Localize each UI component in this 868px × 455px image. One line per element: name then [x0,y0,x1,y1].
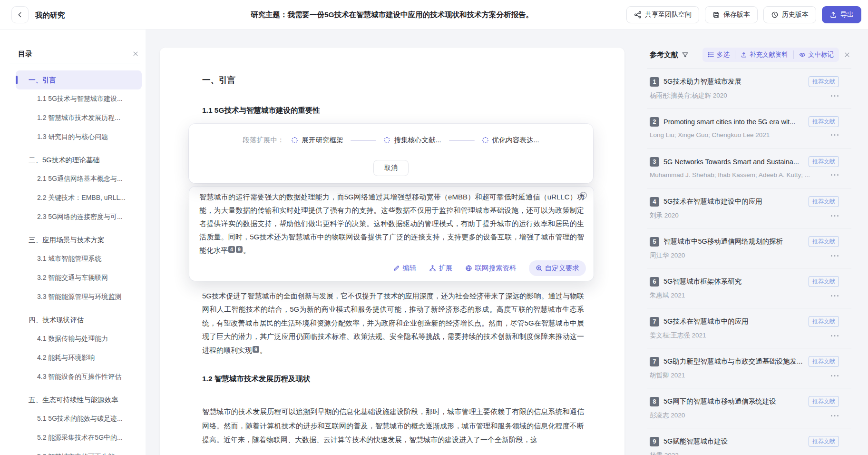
multi-select-tool[interactable]: 多选 [702,50,735,59]
web-search-action[interactable]: 联网搜索资料 [465,264,517,273]
web-search-label: 联网搜索资料 [475,264,517,273]
more-menu-icon[interactable] [830,174,839,176]
toc-item-2-3[interactable]: 2.3 5G网络的连接密度与可... [0,208,146,227]
more-menu-icon[interactable] [830,415,839,417]
reference-title-row: 4 5G技术在智慧城市建设中的应用 推荐文献 [650,196,839,207]
toc-item-1[interactable]: 一、引言 [16,70,142,89]
reference-item-9[interactable]: 8 5G网下的智慧城市移动通信系统建设 推荐文献 彭凌志 2020 [647,388,851,428]
toc-item-1-1[interactable]: 1.1 5G技术与智慧城市建设... [0,89,146,109]
recommended-badge: 推荐文献 [809,196,839,207]
doc-paragraph-1: 5G技术促进了智慧城市的全面创新与发展，它不仅提升了技术的应用深度，还为社会经济… [202,289,584,357]
save-version-button[interactable]: 保存版本 [705,6,758,23]
reference-title[interactable]: 5G赋能智慧城市建设 [663,437,805,446]
paragraph-actions: 编辑 扩展 联网搜索资料 自定义要求 [393,260,586,276]
toc-item-label: 3.3 智能能源管理与环境监测 [37,293,121,301]
citation-badge-9[interactable]: 9 [236,246,243,253]
toc-item-5-1[interactable]: 5.1 5G技术的能效与碳足迹... [0,409,146,428]
more-menu-icon[interactable] [830,335,839,337]
cancel-button[interactable]: 取消 [373,160,409,176]
more-menu-icon[interactable] [830,134,839,136]
toc-item-3-3[interactable]: 3.3 智能能源管理与环境监测 [0,287,146,307]
toc-item-4-2[interactable]: 4.2 能耗与环境影响 [0,348,146,367]
edit-action[interactable]: 编辑 [393,264,417,273]
reference-title[interactable]: 5G技术助力智慧城市发展 [663,77,805,86]
toc-item-label: 3.2 智能交通与车辆联网 [37,274,108,282]
toc-item-3[interactable]: 三、应用场景与技术方案 [0,230,146,249]
reference-authors-row: 杨雪 2022 [650,451,839,455]
add-reference-material-label: 补充文献资料 [750,50,788,59]
toc-item-3-2[interactable]: 3.2 智能交通与车辆联网 [0,268,146,287]
reference-authors: 胡哲卿 2021 [650,371,830,380]
reference-item-3[interactable]: 3 5G Networks Towards Smart and Sustaina… [647,148,851,188]
reference-title-row: 7 5G助力新型智慧城市与市政交通基础设施发... 推荐文献 [650,356,839,367]
recommended-badge: 推荐文献 [809,116,839,127]
references-close-icon[interactable] [844,51,850,58]
reference-authors-row: 杨雨彤;揣英育;杨建辉 2020 [650,91,839,100]
reference-title[interactable]: 智慧城市中5G移动通信网络规划的探析 [663,237,805,246]
toc-item-2-2[interactable]: 2.2 关键技术：EMBB, uRLL... [0,188,146,208]
reference-title[interactable]: 5G网下的智慧城市移动通信系统建设 [663,397,805,406]
toc-item-4[interactable]: 四、技术现状评估 [0,310,146,329]
toc-item-label: 5.3 智慧城市中的可再生能... [37,453,120,455]
reference-title-row: 3 5G Networks Towards Smart and Sustaina… [650,156,839,167]
reference-item-7[interactable]: 7 5G技术在智慧城市中的应用 推荐文献 姜文桓;王志强 2021 [647,308,851,348]
reference-title[interactable]: 5G助力新型智慧城市与市政交通基础设施发... [663,357,805,366]
toc-item-2-1[interactable]: 2.1 5G通信网络基本概念与... [0,169,146,188]
more-menu-icon[interactable] [830,215,839,217]
toc-item-1-3[interactable]: 1.3 研究目的与核心问题 [0,128,146,147]
toc-item-label: 一、引言 [29,76,56,85]
toc-item-3-1[interactable]: 3.1 城市智能管理系统 [0,249,146,268]
toc-item-label: 四、技术现状评估 [29,316,84,325]
reference-item-8[interactable]: 7 5G助力新型智慧城市与市政交通基础设施发... 推荐文献 胡哲卿 2021 [647,348,851,388]
toc-item-1-2[interactable]: 1.2 智慧城市技术发展历程... [0,109,146,128]
references-panel: 参考文献 多选 补充文献资料 文中标记 [647,30,851,455]
reference-number-badge: 7 [650,357,659,366]
toc-item-5[interactable]: 五、生态可持续性与能源效率 [0,390,146,409]
reference-item-4[interactable]: 4 5G技术在智慧城市建设中的应用 推荐文献 刘承 2020 [647,188,851,228]
more-menu-icon[interactable] [830,255,839,257]
more-menu-icon[interactable] [830,95,839,97]
expand-action[interactable]: 扩展 [429,264,453,273]
reference-title[interactable]: 5G技术在智慧城市中的应用 [663,317,805,326]
toc-item-2[interactable]: 二、5G技术的理论基础 [0,150,146,169]
share-to-team-button[interactable]: 共享至团队空间 [626,6,699,23]
toc-item-label: 1.3 研究目的与核心问题 [37,133,108,141]
branch-icon [429,265,436,272]
reference-authors-row: 彭凌志 2020 [650,411,839,420]
doc-paragraph-1-text: 5G技术促进了智慧城市的全面创新与发展，它不仅提升了技术的应用深度，还为社会经济… [202,292,584,354]
references-title: 参考文献 [650,50,678,59]
reference-title[interactable]: 5G智慧城市框架体系研究 [663,277,805,286]
reference-item-6[interactable]: 6 5G智慧城市框架体系研究 推荐文献 朱惠斌 2021 [647,268,851,308]
reference-authors: 朱惠斌 2021 [650,291,830,300]
more-menu-icon[interactable] [830,295,839,297]
back-button[interactable] [11,6,29,23]
reference-title[interactable]: Promoting smart cities into the 5G era w… [663,118,805,126]
reference-authors: 杨雪 2022 [650,451,830,455]
toc-item-5-2[interactable]: 5.2 能源采集技术在5G中的... [0,428,146,447]
references-toolbar: 多选 补充文献资料 文中标记 [702,48,839,62]
reference-item-1[interactable]: 1 5G技术助力智慧城市发展 推荐文献 杨雨彤;揣英育;杨建辉 2020 [647,69,851,109]
citation-badge-4[interactable]: 4 [228,246,235,253]
reference-item-2[interactable]: 2 Promoting smart cities into the 5G era… [647,109,851,148]
export-button[interactable]: 导出 [822,6,861,23]
history-version-button[interactable]: 历史版本 [763,6,816,23]
reference-item-5[interactable]: 5 智慧城市中5G移动通信网络规划的探析 推荐文献 周江华 2020 [647,228,851,268]
expanded-paragraph-card: 智慧城市的运行需要强大的数据处理能力，而5G网络通过其增强型移动宽带（eMBB）… [189,187,594,281]
reference-item-10[interactable]: 9 5G赋能智慧城市建设 推荐文献 杨雪 2022 [647,428,851,455]
citation-badge-9[interactable]: 9 [253,346,259,353]
toc-item-4-3[interactable]: 4.3 智能设备的互操作性评估 [0,367,146,386]
filter-funnel-icon[interactable] [682,51,689,59]
reference-title[interactable]: 5G技术在智慧城市建设中的应用 [663,197,805,206]
edit-label: 编辑 [403,264,417,273]
toc-item-5-3[interactable]: 5.3 智慧城市中的可再生能... [0,447,146,455]
toc-item-label: 三、应用场景与技术方案 [29,236,105,245]
multi-select-label: 多选 [717,50,730,59]
add-reference-material-tool[interactable]: 补充文献资料 [735,50,793,59]
more-menu-icon[interactable] [830,375,839,377]
in-text-marks-tool[interactable]: 文中标记 [793,50,839,59]
progress-steps-row: 段落扩展中： 展开研究框架 搜集核心文献... 优化内容表达... [189,124,593,145]
custom-requirement-action[interactable]: 自定义要求 [529,260,586,276]
toc-item-4-1[interactable]: 4.1 数据传输与处理能力 [0,329,146,348]
reference-title[interactable]: 5G Networks Towards Smart and Sustaina..… [663,158,805,166]
toc-close-icon[interactable] [132,50,139,57]
